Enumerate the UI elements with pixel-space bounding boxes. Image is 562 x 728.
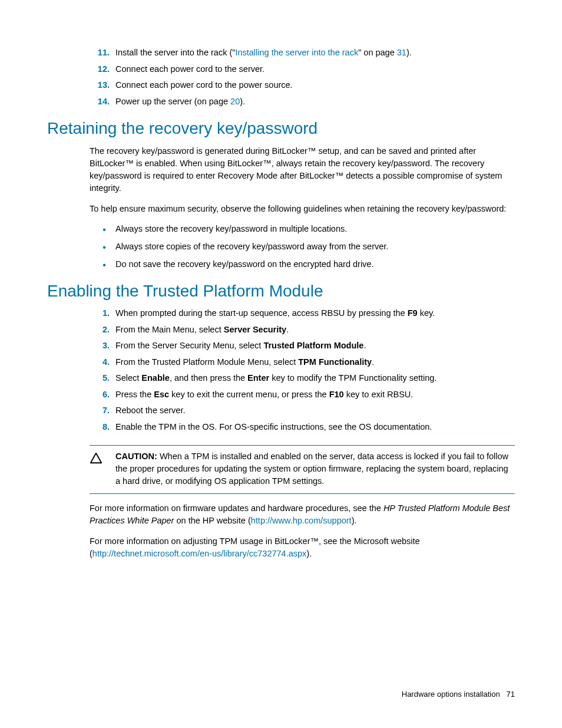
bullet-item: •Do not save the recovery key/password o… bbox=[47, 259, 515, 272]
heading-retaining-recovery: Retaining the recovery key/password bbox=[47, 119, 515, 138]
step-number: 14. bbox=[90, 96, 110, 108]
key-name: F9 bbox=[408, 308, 418, 318]
tpm-step-8: 8. Enable the TPM in the OS. For OS-spec… bbox=[47, 421, 515, 433]
tpm-step-2: 2. From the Main Menu, select Server Sec… bbox=[47, 324, 515, 336]
step-number: 5. bbox=[90, 373, 110, 384]
text-fragment: " on page bbox=[358, 48, 397, 57]
tpm-ordered-list: 1. When prompted during the start-up seq… bbox=[47, 308, 515, 433]
step-13: 13. Connect each power cord to the power… bbox=[47, 80, 515, 91]
page-ref-31[interactable]: 31 bbox=[397, 48, 406, 57]
menu-name: Trusted Platform Module bbox=[263, 341, 363, 350]
text-fragment: From the Trusted Platform Module Menu, s… bbox=[115, 357, 298, 367]
step-number: 11. bbox=[90, 47, 110, 59]
text-fragment: ). bbox=[352, 516, 357, 525]
guidelines-bullet-list: •Always store the recovery key/password … bbox=[47, 223, 515, 271]
text-fragment: Install the server into the rack (" bbox=[115, 48, 235, 57]
text-fragment: For more information on firmware updates… bbox=[90, 503, 384, 513]
step-text: Select Enable, and then press the Enter … bbox=[115, 373, 515, 384]
bullet-icon: • bbox=[99, 259, 110, 272]
bullet-text: Do not save the recovery key/password on… bbox=[115, 259, 373, 272]
bullet-icon: • bbox=[99, 241, 110, 254]
text-fragment: Select bbox=[115, 373, 141, 383]
step-number: 12. bbox=[90, 64, 110, 75]
paragraph: The recovery key/password is generated d… bbox=[47, 145, 515, 195]
step-text: Enable the TPM in the OS. For OS-specifi… bbox=[115, 421, 515, 433]
footer-section: Hardware options installation bbox=[402, 690, 500, 699]
key-name: F10 bbox=[329, 390, 344, 399]
bullet-item: •Always store the recovery key/password … bbox=[47, 223, 515, 236]
step-number: 4. bbox=[90, 357, 110, 368]
step-number: 7. bbox=[90, 405, 110, 417]
step-text: Connect each power cord to the power sou… bbox=[115, 80, 515, 91]
heading-enabling-tpm: Enabling the Trusted Platform Module bbox=[47, 282, 515, 301]
caution-triangle-icon bbox=[90, 450, 115, 487]
step-number: 8. bbox=[90, 421, 110, 433]
text-fragment: Power up the server (on page bbox=[115, 97, 230, 106]
text-fragment: key. bbox=[418, 308, 435, 318]
tpm-step-6: 6. Press the Esc key to exit the current… bbox=[47, 389, 515, 401]
text-fragment: ). bbox=[306, 549, 312, 558]
step-text: When prompted during the start-up sequen… bbox=[115, 308, 515, 319]
caution-callout: CAUTION: When a TPM is installed and ena… bbox=[90, 445, 515, 494]
bullet-icon: • bbox=[99, 223, 110, 236]
step-14: 14. Power up the server (on page 20). bbox=[47, 96, 515, 108]
text-fragment: When prompted during the start-up sequen… bbox=[115, 308, 408, 318]
resume-ordered-list: 11. Install the server into the rack ("I… bbox=[47, 47, 515, 107]
bullet-text: Always store copies of the recovery key/… bbox=[115, 241, 388, 254]
step-text: Reboot the server. bbox=[115, 405, 515, 417]
menu-name: TPM Functionality bbox=[298, 357, 372, 367]
text-fragment: key to exit RBSU. bbox=[344, 390, 414, 399]
tpm-step-1: 1. When prompted during the start-up seq… bbox=[47, 308, 515, 319]
step-number: 6. bbox=[90, 389, 110, 401]
text-fragment: ). bbox=[406, 48, 412, 57]
tpm-step-7: 7. Reboot the server. bbox=[47, 405, 515, 417]
hp-support-link[interactable]: http://www.hp.com/support bbox=[251, 516, 352, 525]
text-fragment: . bbox=[363, 341, 366, 350]
step-number: 3. bbox=[90, 340, 110, 352]
step-text: Power up the server (on page 20). bbox=[115, 96, 515, 108]
tpm-step-5: 5. Select Enable, and then press the Ent… bbox=[47, 373, 515, 384]
step-number: 2. bbox=[90, 324, 110, 336]
text-fragment: . bbox=[372, 357, 374, 367]
step-text: Install the server into the rack ("Insta… bbox=[115, 47, 515, 59]
paragraph: For more information on firmware updates… bbox=[47, 502, 515, 527]
caution-body: When a TPM is installed and enabled on t… bbox=[115, 452, 508, 486]
bullet-item: •Always store copies of the recovery key… bbox=[47, 241, 515, 254]
text-fragment: From the Server Security Menu, select bbox=[115, 341, 263, 350]
option-name: Enable bbox=[141, 373, 170, 383]
technet-link[interactable]: http://technet.microsoft.com/en-us/libra… bbox=[92, 549, 306, 558]
step-number: 1. bbox=[90, 308, 110, 319]
tpm-step-3: 3. From the Server Security Menu, select… bbox=[47, 340, 515, 352]
caution-label: CAUTION: bbox=[115, 452, 157, 461]
text-fragment: Press the bbox=[115, 390, 154, 399]
step-12: 12. Connect each power cord to the serve… bbox=[47, 64, 515, 75]
text-fragment: ). bbox=[240, 97, 245, 106]
text-fragment: , and then press the bbox=[170, 373, 247, 383]
paragraph: For more information on adjusting TPM us… bbox=[47, 535, 515, 560]
step-text: From the Main Menu, select Server Securi… bbox=[115, 324, 515, 336]
text-fragment: . bbox=[286, 325, 289, 334]
bullet-text: Always store the recovery key/password i… bbox=[115, 223, 347, 236]
step-text: Press the Esc key to exit the current me… bbox=[115, 389, 515, 401]
key-name: Enter bbox=[247, 373, 269, 383]
step-text: From the Trusted Platform Module Menu, s… bbox=[115, 357, 515, 368]
tpm-step-4: 4. From the Trusted Platform Module Menu… bbox=[47, 357, 515, 368]
text-fragment: on the HP website ( bbox=[174, 516, 250, 525]
step-text: From the Server Security Menu, select Tr… bbox=[115, 340, 515, 352]
document-page: 11. Install the server into the rack ("I… bbox=[0, 0, 562, 728]
menu-name: Server Security bbox=[224, 325, 286, 334]
key-name: Esc bbox=[154, 390, 169, 399]
step-11: 11. Install the server into the rack ("I… bbox=[47, 47, 515, 59]
install-rack-link[interactable]: Installing the server into the rack bbox=[235, 48, 358, 57]
footer-page-number: 71 bbox=[507, 690, 515, 699]
page-footer: Hardware options installation 71 bbox=[402, 690, 515, 699]
page-ref-20[interactable]: 20 bbox=[230, 97, 240, 106]
text-fragment: key to exit the current menu, or press t… bbox=[169, 390, 329, 399]
text-fragment: key to modify the TPM Functionality sett… bbox=[269, 373, 437, 383]
paragraph: To help ensure maximum security, observe… bbox=[47, 203, 515, 215]
step-number: 13. bbox=[90, 80, 110, 91]
step-text: Connect each power cord to the server. bbox=[115, 64, 515, 75]
text-fragment: From the Main Menu, select bbox=[115, 325, 224, 334]
caution-text: CAUTION: When a TPM is installed and ena… bbox=[115, 450, 515, 487]
